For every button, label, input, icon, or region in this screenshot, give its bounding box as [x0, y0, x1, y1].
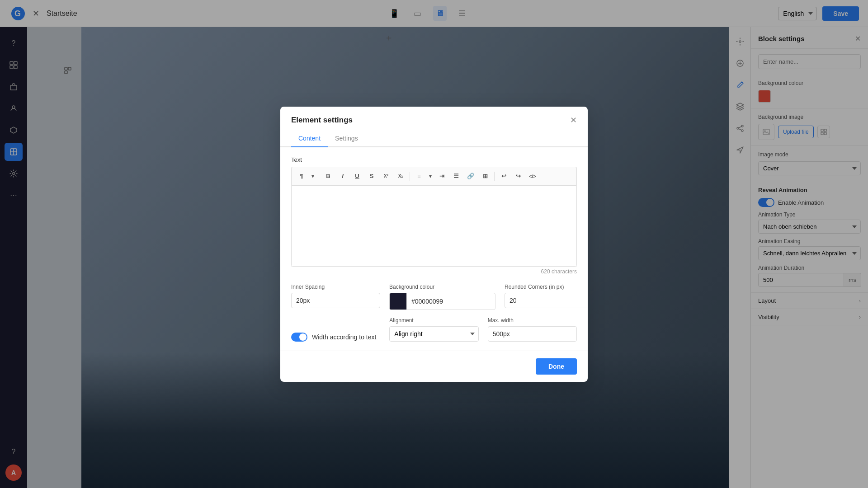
- max-width-field: Max. width: [488, 317, 577, 342]
- max-width-input[interactable]: [488, 326, 577, 342]
- width-according-to-text-toggle[interactable]: [291, 333, 307, 342]
- modal-bg-colour-label: Background colour: [389, 284, 495, 290]
- modal-colour-row: [389, 293, 495, 310]
- width-toggle-label: Width according to text: [312, 333, 376, 341]
- width-toggle-row: Width according to text: [291, 333, 380, 342]
- toolbar-divider-2: [410, 172, 410, 181]
- link-btn[interactable]: 🔗: [464, 170, 477, 183]
- modal-title: Element settings: [291, 116, 353, 125]
- alignment-label: Alignment: [389, 317, 478, 324]
- width-toggle-field: Width according to text: [291, 317, 380, 342]
- inner-spacing-label: Inner Spacing: [291, 284, 380, 290]
- max-width-label: Max. width: [488, 317, 577, 324]
- form-row-1: Inner Spacing Background colour Rounded …: [291, 284, 577, 310]
- bold-btn[interactable]: B: [322, 170, 335, 183]
- form-row-2: Width according to text Alignment Align …: [291, 317, 577, 342]
- align-dropdown[interactable]: ▾: [427, 172, 434, 180]
- modal-footer: Done: [280, 351, 588, 382]
- text-editor-area[interactable]: [291, 185, 577, 267]
- list-btn[interactable]: ☰: [450, 170, 462, 183]
- element-settings-modal: Element settings ✕ Content Settings Text…: [280, 107, 588, 382]
- undo-btn[interactable]: ↩: [497, 170, 510, 183]
- subscript-btn[interactable]: X₂: [394, 170, 407, 183]
- modal-overlay: Element settings ✕ Content Settings Text…: [0, 0, 868, 488]
- inner-spacing-field: Inner Spacing: [291, 284, 380, 310]
- indent-btn[interactable]: ⇥: [435, 170, 448, 183]
- columns-btn[interactable]: ⊞: [479, 170, 491, 183]
- modal-close-icon[interactable]: ✕: [570, 116, 577, 124]
- alignment-select-wrapper: Align left Align center Align right: [389, 326, 478, 342]
- modal-header: Element settings ✕: [280, 107, 588, 125]
- rounded-corners-field: Rounded Corners (in px): [505, 284, 588, 310]
- inner-spacing-input[interactable]: [291, 293, 380, 308]
- modal-colour-swatch[interactable]: [389, 293, 406, 310]
- paragraph-btn[interactable]: ¶: [295, 170, 308, 183]
- italic-btn[interactable]: I: [336, 170, 349, 183]
- text-section-label: Text: [291, 156, 577, 163]
- modal-colour-input[interactable]: [406, 293, 495, 310]
- strikethrough-btn[interactable]: S: [365, 170, 378, 183]
- tab-content[interactable]: Content: [291, 131, 328, 147]
- background-colour-field: Background colour: [389, 284, 495, 310]
- code-btn[interactable]: </>: [526, 170, 539, 183]
- paragraph-dropdown[interactable]: ▾: [310, 172, 316, 180]
- editor-toolbar: ¶ ▾ B I U S X² X₂ ≡ ▾ ⇥ ☰ 🔗 ⊞ ↩ ↪ </>: [291, 167, 577, 185]
- done-button[interactable]: Done: [536, 358, 577, 375]
- tab-settings[interactable]: Settings: [328, 131, 365, 147]
- toolbar-divider-1: [319, 172, 319, 181]
- toolbar-divider-3: [494, 172, 495, 181]
- superscript-btn[interactable]: X²: [380, 170, 392, 183]
- align-btn[interactable]: ≡: [413, 170, 425, 183]
- char-count: 620 characters: [291, 266, 577, 277]
- modal-tabs: Content Settings: [280, 131, 588, 147]
- alignment-select[interactable]: Align left Align center Align right: [389, 326, 478, 342]
- modal-body: Text ¶ ▾ B I U S X² X₂ ≡ ▾ ⇥ ☰ 🔗 ⊞ ↩: [280, 147, 588, 351]
- redo-btn[interactable]: ↪: [512, 170, 524, 183]
- alignment-field: Alignment Align left Align center Align …: [389, 317, 478, 342]
- rounded-corners-label: Rounded Corners (in px): [505, 284, 588, 290]
- underline-btn[interactable]: U: [351, 170, 363, 183]
- rounded-corners-input[interactable]: [505, 293, 588, 308]
